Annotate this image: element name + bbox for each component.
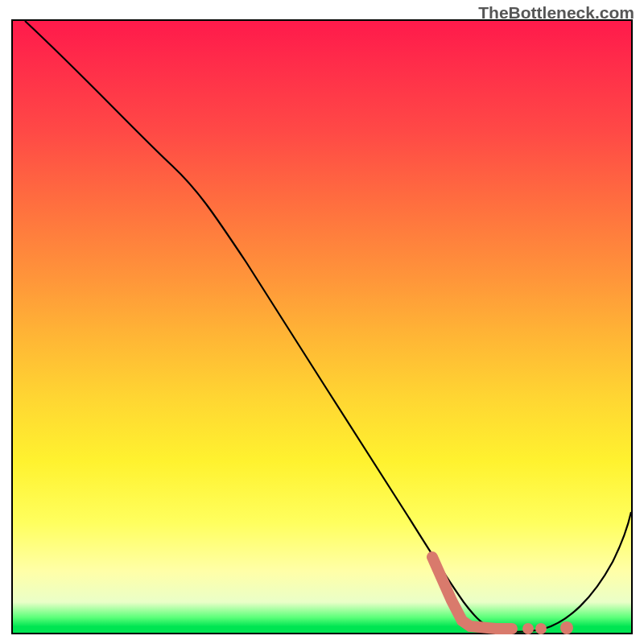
watermark-text: TheBottleneck.com xyxy=(478,3,634,23)
chart-frame: TheBottleneck.com xyxy=(0,0,644,644)
pink-valley-marker xyxy=(432,557,573,634)
pink-dot-3 xyxy=(560,621,573,634)
pink-dot-1 xyxy=(522,623,534,634)
chart-svg xyxy=(13,21,631,633)
pink-dot-2 xyxy=(535,623,547,634)
plot-border-right xyxy=(631,19,633,634)
bottleneck-curve xyxy=(25,21,631,632)
pink-valley-drop xyxy=(432,557,512,629)
